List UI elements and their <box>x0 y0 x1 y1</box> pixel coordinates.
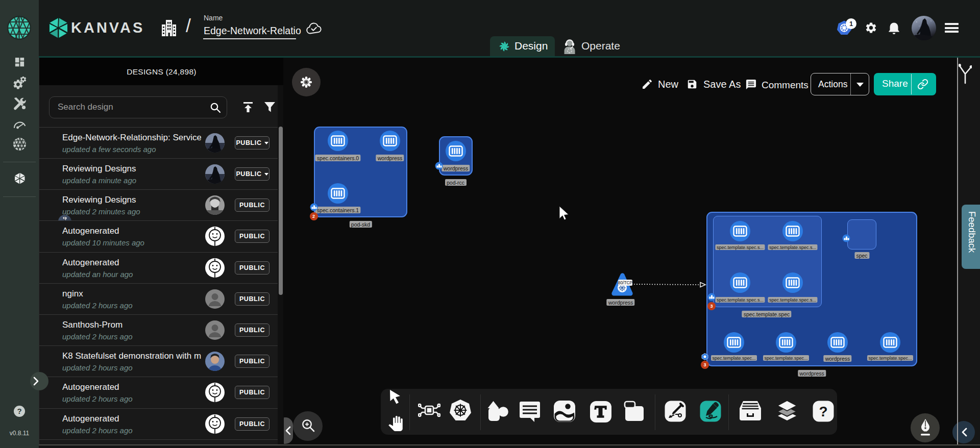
svg-text:80/TCP: 80/TCP <box>618 280 633 285</box>
svg-text:?: ? <box>819 404 827 419</box>
